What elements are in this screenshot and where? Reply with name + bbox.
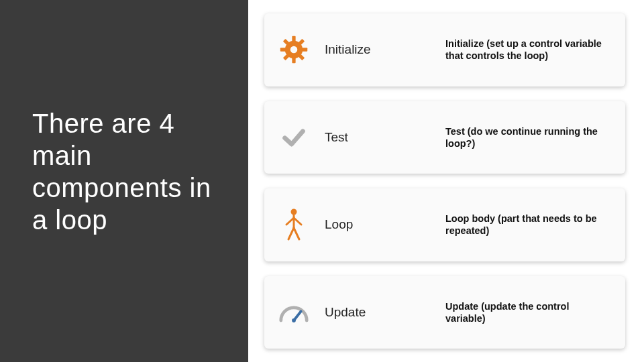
component-title: Update: [325, 305, 432, 320]
svg-rect-3: [280, 48, 286, 52]
svg-rect-1: [292, 36, 295, 42]
svg-line-13: [294, 218, 301, 225]
component-description: Test (do we continue running the loop?): [445, 125, 609, 149]
svg-rect-2: [292, 58, 295, 64]
component-description: Initialize (set up a control variable th…: [445, 38, 609, 62]
person-icon: [276, 208, 311, 241]
svg-point-9: [290, 46, 298, 54]
component-card: Update Update (update the control variab…: [264, 276, 625, 349]
slide: There are 4 main components in a loop: [0, 0, 644, 362]
component-title: Test: [325, 130, 432, 145]
component-description: Update (update the control variable): [445, 300, 609, 324]
component-card: Initialize Initialize (set up a control …: [264, 13, 625, 86]
left-panel: There are 4 main components in a loop: [0, 0, 248, 362]
svg-point-17: [292, 318, 296, 322]
gear-icon: [276, 35, 311, 64]
slide-title: There are 4 main components in a loop: [32, 107, 228, 236]
component-card: Test Test (do we continue running the lo…: [264, 101, 625, 174]
svg-line-12: [286, 218, 294, 225]
component-card: Loop Loop body (part that needs to be re…: [264, 188, 625, 261]
svg-point-10: [291, 209, 297, 215]
svg-rect-4: [302, 48, 307, 52]
gauge-icon: [276, 299, 311, 326]
right-panel: Initialize Initialize (set up a control …: [255, 0, 637, 362]
check-icon: [276, 123, 311, 152]
svg-line-15: [294, 228, 299, 239]
svg-line-14: [288, 228, 294, 239]
component-title: Initialize: [325, 42, 432, 57]
component-description: Loop body (part that needs to be repeate…: [445, 213, 609, 237]
component-title: Loop: [325, 217, 432, 232]
